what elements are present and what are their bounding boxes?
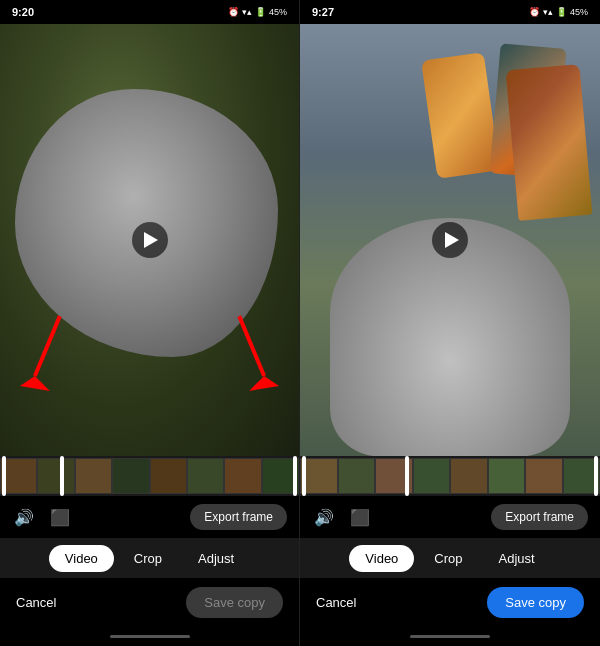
tab-row-left: Video Crop Adjust bbox=[0, 538, 299, 578]
controls-row-right: 🔊 ⬛ Export frame bbox=[300, 496, 600, 538]
status-time-right: 9:27 bbox=[312, 6, 334, 18]
left-panel: 9:20 ⏰ ▾▴ 🔋 45% bbox=[0, 0, 300, 646]
export-frame-button-right[interactable]: Export frame bbox=[491, 504, 588, 530]
home-indicator-left bbox=[0, 626, 299, 646]
frame-thumb bbox=[525, 458, 563, 494]
timeline-playhead-right[interactable] bbox=[405, 456, 409, 496]
alarm-icon-right: ⏰ bbox=[529, 7, 540, 17]
timeline-left[interactable] bbox=[0, 456, 299, 496]
battery-percent-left: 45% bbox=[269, 7, 287, 17]
bottom-row-left: Cancel Save copy bbox=[0, 578, 299, 626]
tab-video-right[interactable]: Video bbox=[349, 545, 414, 572]
status-time-left: 9:20 bbox=[12, 6, 34, 18]
controls-row-left: 🔊 ⬛ Export frame bbox=[0, 496, 299, 538]
status-icons-left: ⏰ ▾▴ 🔋 45% bbox=[228, 7, 287, 17]
status-bar-right: 9:27 ⏰ ▾▴ 🔋 45% bbox=[300, 0, 600, 24]
cancel-button-left[interactable]: Cancel bbox=[16, 595, 56, 610]
tab-adjust-left[interactable]: Adjust bbox=[182, 545, 250, 572]
wifi-icon: ▾▴ bbox=[242, 7, 252, 17]
volume-icon-left[interactable]: 🔊 bbox=[12, 505, 36, 529]
volume-icon-right[interactable]: 🔊 bbox=[312, 505, 336, 529]
save-button-right[interactable]: Save copy bbox=[487, 587, 584, 618]
timeline-handle-right[interactable] bbox=[293, 456, 297, 496]
bag-3 bbox=[421, 53, 500, 179]
timeline-frames-left bbox=[0, 458, 299, 494]
video-area-right[interactable] bbox=[300, 24, 600, 456]
cancel-button-right[interactable]: Cancel bbox=[316, 595, 356, 610]
export-frame-button-left[interactable]: Export frame bbox=[190, 504, 287, 530]
frame-thumb bbox=[413, 458, 451, 494]
battery-icon: 🔋 bbox=[255, 7, 266, 17]
wifi-icon-right: ▾▴ bbox=[543, 7, 553, 17]
frame-thumb bbox=[150, 458, 187, 494]
tab-crop-right[interactable]: Crop bbox=[418, 545, 478, 572]
frame-thumb bbox=[37, 458, 74, 494]
frame-thumb bbox=[450, 458, 488, 494]
play-button-left[interactable] bbox=[132, 222, 168, 258]
timeline-handle-right-right[interactable] bbox=[594, 456, 598, 496]
screenshot-icon-left[interactable]: ⬛ bbox=[48, 505, 72, 529]
play-icon-right bbox=[445, 232, 459, 248]
status-icons-right: ⏰ ▾▴ 🔋 45% bbox=[529, 7, 588, 17]
tab-adjust-right[interactable]: Adjust bbox=[483, 545, 551, 572]
tab-crop-left[interactable]: Crop bbox=[118, 545, 178, 572]
video-area-left[interactable] bbox=[0, 24, 299, 456]
timeline-right[interactable] bbox=[300, 456, 600, 496]
frame-thumb bbox=[112, 458, 149, 494]
alarm-icon: ⏰ bbox=[228, 7, 239, 17]
status-bar-left: 9:20 ⏰ ▾▴ 🔋 45% bbox=[0, 0, 299, 24]
frame-thumb bbox=[338, 458, 376, 494]
play-button-right[interactable] bbox=[432, 222, 468, 258]
frame-thumb bbox=[187, 458, 224, 494]
tab-row-right: Video Crop Adjust bbox=[300, 538, 600, 578]
battery-percent-right: 45% bbox=[570, 7, 588, 17]
timeline-playhead-left[interactable] bbox=[60, 456, 64, 496]
frame-thumb bbox=[75, 458, 112, 494]
bag-1 bbox=[505, 64, 592, 221]
home-bar-left bbox=[110, 635, 190, 638]
home-indicator-right bbox=[300, 626, 600, 646]
timeline-handle-left-right[interactable] bbox=[302, 456, 306, 496]
save-button-left[interactable]: Save copy bbox=[186, 587, 283, 618]
frame-thumb bbox=[224, 458, 261, 494]
play-icon-left bbox=[144, 232, 158, 248]
right-panel: 9:27 ⏰ ▾▴ 🔋 45% bbox=[300, 0, 600, 646]
tab-video-left[interactable]: Video bbox=[49, 545, 114, 572]
bottom-row-right: Cancel Save copy bbox=[300, 578, 600, 626]
screenshot-icon-right[interactable]: ⬛ bbox=[348, 505, 372, 529]
frame-thumb bbox=[488, 458, 526, 494]
timeline-handle-left[interactable] bbox=[2, 456, 6, 496]
timeline-frames-right bbox=[300, 458, 600, 494]
battery-icon-right: 🔋 bbox=[556, 7, 567, 17]
home-bar-right bbox=[410, 635, 490, 638]
